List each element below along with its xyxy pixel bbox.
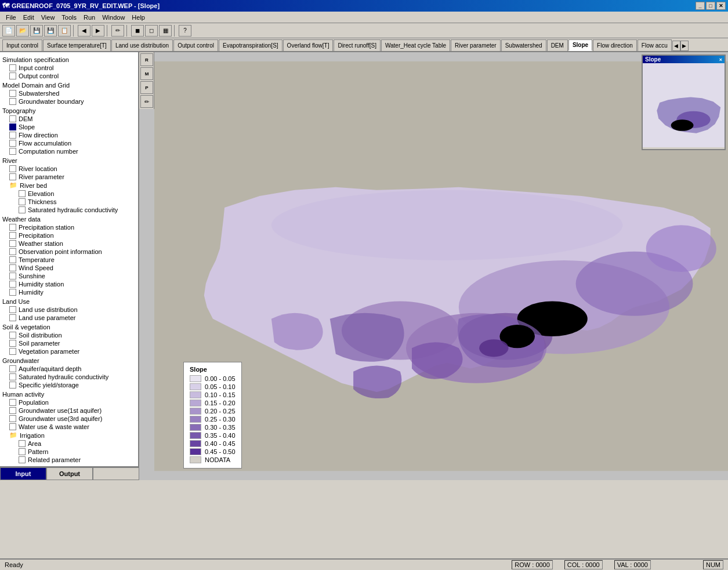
sidebar-item-vegetation-parameter[interactable]: Vegetation parameter: [2, 347, 136, 355]
checkbox[interactable]: [9, 407, 16, 414]
tool-t1[interactable]: ◼: [131, 25, 144, 37]
checkbox[interactable]: [9, 373, 16, 380]
sidebar-item-wind-speed[interactable]: Wind Speed: [2, 264, 136, 272]
sidebar-item-precipitation-station[interactable]: Precipitation station: [2, 223, 136, 231]
tab-input-control[interactable]: Input control: [2, 39, 42, 51]
tab-dem[interactable]: DEM: [547, 39, 568, 51]
tab-evapotranspiration[interactable]: Evapotranspiration[S]: [219, 39, 282, 51]
menu-tools[interactable]: Tools: [58, 13, 80, 22]
sidebar-item-population[interactable]: Population: [2, 398, 136, 406]
sidebar-item-area[interactable]: Area: [2, 440, 136, 448]
checkbox[interactable]: [9, 399, 16, 406]
map-tool-p[interactable]: P: [140, 81, 153, 94]
sidebar-item-subwatershed[interactable]: Subwatershed: [2, 89, 136, 97]
checkbox[interactable]: [9, 165, 16, 172]
tab-land-use-dist[interactable]: Land use distribution: [111, 39, 173, 51]
checkbox[interactable]: [9, 132, 16, 139]
checkbox[interactable]: [9, 115, 16, 122]
checkbox[interactable]: [9, 64, 16, 71]
sidebar-item-river-location[interactable]: River location: [2, 165, 136, 173]
sidebar-item-soil-parameter[interactable]: Soil parameter: [2, 339, 136, 347]
checkbox[interactable]: [9, 423, 16, 430]
menu-file[interactable]: File: [2, 13, 20, 22]
tab-nav-next[interactable]: ▶: [680, 41, 689, 51]
sidebar-item-humidity-station[interactable]: Humidity station: [2, 280, 136, 288]
sidebar-item-river-parameter[interactable]: River parameter: [2, 173, 136, 181]
checkbox[interactable]: [19, 190, 26, 197]
close-button[interactable]: ✕: [716, 2, 726, 10]
tool-copy[interactable]: 📋: [58, 25, 71, 37]
sidebar-item-soil-distribution[interactable]: Soil distribution: [2, 331, 136, 339]
checkbox[interactable]: [9, 98, 16, 105]
tool-t3[interactable]: ▦: [159, 25, 172, 37]
checkbox[interactable]: [9, 365, 16, 372]
tab-surface-temp[interactable]: Surface temperature[T]: [43, 39, 111, 51]
checkbox[interactable]: [9, 264, 16, 271]
mini-map-close-button[interactable]: ×: [719, 57, 722, 63]
sidebar-item-groundwater-use(1st-aquifer)[interactable]: Groundwater use(1st aquifer): [2, 406, 136, 415]
sidebar-item-saturated-hydraulic-conductivi[interactable]: Saturated hydraulic conductivity: [2, 206, 136, 214]
map-tool-r[interactable]: R: [140, 53, 153, 66]
checkbox[interactable]: [9, 240, 16, 247]
checkbox[interactable]: [9, 332, 16, 339]
menu-window[interactable]: Window: [99, 13, 128, 22]
sidebar-item-humidity[interactable]: Humidity: [2, 288, 136, 296]
sidebar-item-observation-point-information[interactable]: Observation point information: [2, 248, 136, 256]
checkbox[interactable]: [9, 248, 16, 255]
sidebar-item-precipitation[interactable]: Precipitation: [2, 231, 136, 239]
sidebar-item-input-control[interactable]: Input control: [2, 64, 136, 72]
sidebar-item-related-parameter[interactable]: Related parameter: [2, 456, 136, 464]
tool-save[interactable]: 💾: [30, 25, 43, 37]
sidebar-item-aquifer/aquitard-depth[interactable]: Aquifer/aquitard depth: [2, 365, 136, 373]
checkbox[interactable]: [9, 281, 16, 288]
sidebar-item-saturated-hydraulic-conductivi[interactable]: Saturated hydraulic conductivity: [2, 373, 136, 381]
tab-subwatershed[interactable]: Subwatershed: [501, 39, 546, 51]
tab-direct-runoff[interactable]: Direct runoff[S]: [334, 39, 381, 51]
tool-edit[interactable]: ✏: [111, 25, 124, 37]
checkbox[interactable]: [19, 456, 26, 463]
sidebar-item-weather-station[interactable]: Weather station: [2, 239, 136, 248]
sidebar-item-groundwater-use(3rd-aquifer)[interactable]: Groundwater use(3rd aquifer): [2, 415, 136, 423]
tab-water-heat[interactable]: Water_Heat cycle Table: [381, 39, 450, 51]
tool-help[interactable]: ?: [179, 25, 191, 37]
checkbox[interactable]: [9, 415, 16, 422]
tool-new[interactable]: 📄: [2, 25, 15, 37]
checkbox[interactable]: [9, 348, 16, 355]
sidebar-item-water-use-&-waste-water[interactable]: Water use & waste water: [2, 423, 136, 431]
tab-overland-flow[interactable]: Overland flow[T]: [283, 39, 334, 51]
sidebar-item-specific-yield/storage[interactable]: Specific yield/storage: [2, 381, 136, 389]
maximize-button[interactable]: □: [706, 2, 715, 10]
checkbox[interactable]: [9, 148, 16, 155]
tab-river-param[interactable]: River parameter: [451, 39, 501, 51]
checkbox[interactable]: [9, 232, 16, 239]
map-tool-edit[interactable]: ✏: [140, 95, 153, 108]
sidebar-item-groundwater-boundary[interactable]: Groundwater boundary: [2, 97, 136, 106]
menu-help[interactable]: Help: [128, 13, 149, 22]
tool-back[interactable]: ◀: [78, 25, 90, 37]
menu-run[interactable]: Run: [80, 13, 99, 22]
checkbox[interactable]: [9, 273, 16, 279]
checkbox[interactable]: [9, 124, 16, 130]
menu-view[interactable]: View: [38, 13, 59, 22]
checkbox[interactable]: [9, 72, 16, 79]
sidebar-item-computation-number[interactable]: Computation number: [2, 147, 136, 155]
checkbox[interactable]: [9, 340, 16, 347]
sidebar-item-flow-direction[interactable]: Flow direction: [2, 131, 136, 139]
checkbox[interactable]: [9, 289, 16, 296]
sidebar-item-thickness[interactable]: Thickness: [2, 198, 136, 206]
sidebar-item-river-bed[interactable]: 📁River bed: [2, 181, 136, 190]
sidebar-item-pattern[interactable]: Pattern: [2, 448, 136, 456]
map-tool-m[interactable]: M: [140, 67, 153, 80]
checkbox[interactable]: [19, 206, 26, 213]
sidebar-item-flow-accumulation[interactable]: Flow accumulation: [2, 139, 136, 147]
tab-slope[interactable]: Slope: [568, 39, 592, 51]
input-button[interactable]: Input: [0, 467, 46, 480]
sidebar-item-slope[interactable]: Slope: [2, 123, 136, 131]
tool-save2[interactable]: 💾: [44, 25, 57, 37]
minimize-button[interactable]: _: [696, 2, 705, 10]
sidebar-item-dem[interactable]: DEM: [2, 115, 136, 123]
checkbox[interactable]: [19, 198, 26, 205]
sidebar-item-sunshine[interactable]: Sunshine: [2, 272, 136, 280]
checkbox[interactable]: [9, 224, 16, 231]
sidebar-item-output-control[interactable]: Output control: [2, 72, 136, 80]
